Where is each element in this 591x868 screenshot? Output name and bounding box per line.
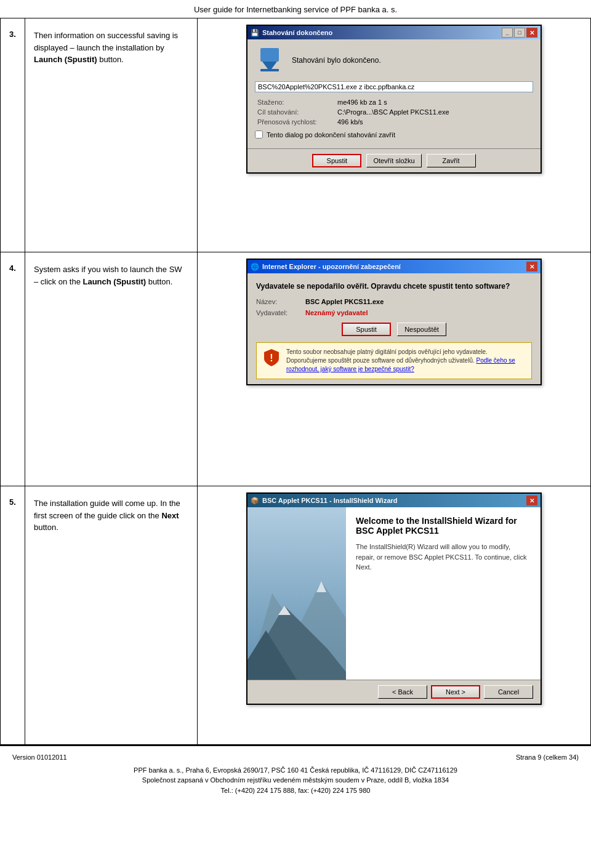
dialog-titlebar-download: 💾 Stahování dokončeno _ □ ✕ xyxy=(247,26,541,39)
footer-contact: Tel.: (+420) 224 175 888, fax: (+420) 22… xyxy=(12,786,579,796)
ie-close-button[interactable]: ✕ xyxy=(526,262,537,271)
ie-titlebar-left: 🌐 Internet Explorer - upozornění zabezpe… xyxy=(251,263,401,271)
ie-warning-text: Tento soubor neobsahuje platný digitální… xyxy=(286,348,526,374)
info-row-cil: Cíl stahování: C:\Progra...\BSC Applet P… xyxy=(255,107,533,117)
row-number-5: 5. xyxy=(1,486,25,744)
install-footer: < Back Next > Cancel xyxy=(247,680,541,704)
row-image-4: 🌐 Internet Explorer - upozornění zabezpe… xyxy=(198,252,590,486)
row-number-3: 3. xyxy=(1,18,25,252)
svg-rect-0 xyxy=(260,48,279,62)
page-header: User guide for Internetbanking service o… xyxy=(0,0,591,18)
ie-field-name: Název: BSC Applet PKCS11.exe xyxy=(256,298,532,305)
label-stazeno: Staženo: xyxy=(255,97,335,107)
download-title-icon: 💾 xyxy=(251,29,259,37)
download-complete-dialog: 💾 Stahování dokončeno _ □ ✕ xyxy=(246,25,542,174)
titlebar-controls-download[interactable]: _ □ ✕ xyxy=(502,28,537,38)
url-bar: BSC%20Applet%20PKCS11.exe z ibcc.ppfbank… xyxy=(255,81,533,92)
install-titlebar: 📦 BSC Applet PKCS11 - InstallShield Wiza… xyxy=(247,494,541,507)
ie-body: Vydavatele se nepodařilo ověřit. Opravdu… xyxy=(247,273,541,384)
row-image-5: 📦 BSC Applet PKCS11 - InstallShield Wiza… xyxy=(198,486,590,744)
ie-dialog-title: Internet Explorer - upozornění zabezpeče… xyxy=(262,263,401,270)
install-titlebar-left: 📦 BSC Applet PKCS11 - InstallShield Wiza… xyxy=(251,497,398,505)
close-button-download[interactable]: ✕ xyxy=(526,28,537,38)
download-icon xyxy=(255,46,284,75)
info-row-rychlost: Přenosová rychlost: 496 kb/s xyxy=(255,117,533,127)
ie-security-dialog: 🌐 Internet Explorer - upozornění zabezpe… xyxy=(246,259,542,385)
install-title-icon: 📦 xyxy=(251,497,259,505)
svg-text:!: ! xyxy=(270,353,273,363)
ie-titlebar: 🌐 Internet Explorer - upozornění zabezpe… xyxy=(247,260,541,273)
ie-nespoustet-button[interactable]: Nespouštět xyxy=(397,323,446,336)
warning-link[interactable]: Podle čeho se rozhodnout, jaký software … xyxy=(286,357,515,372)
ie-field-publisher: Vydavatel: Neznámý vydavatel xyxy=(256,309,532,316)
main-content: 3. Then information on successful saving… xyxy=(0,18,591,745)
install-welcome-title: Welcome to the InstallShield Wizard for … xyxy=(356,516,531,536)
footer-court: Společnost zapsaná v Obchodním rejstříku… xyxy=(12,775,579,786)
titlebar-left-download: 💾 Stahování dokončeno xyxy=(251,29,332,37)
maximize-button-download[interactable]: □ xyxy=(514,28,525,38)
back-button[interactable]: < Back xyxy=(378,685,427,699)
version-label: Version 01012011 xyxy=(12,752,67,763)
minimize-button-download[interactable]: _ xyxy=(502,28,513,38)
install-body: Welcome to the InstallShield Wizard for … xyxy=(247,507,541,680)
install-sidebar xyxy=(247,507,346,680)
ie-titlebar-controls[interactable]: ✕ xyxy=(526,262,537,271)
row-text-5: The installation guide will come up. In … xyxy=(25,486,198,744)
row-text-4: System asks if you wish to launch the SW… xyxy=(25,252,198,486)
download-icon-area: Stahování bylo dokončeno. xyxy=(255,46,533,75)
value-cil: C:\Progra...\BSC Applet PKCS11.exe xyxy=(335,107,533,117)
ie-title-icon: 🌐 xyxy=(251,263,259,271)
ie-name-value: BSC Applet PKCS11.exe xyxy=(305,298,384,305)
page-info: Strana 9 (celkem 34) xyxy=(516,752,579,763)
header-title: User guide for Internetbanking service o… xyxy=(194,5,397,14)
spustit-button[interactable]: Spustit xyxy=(312,154,361,167)
label-cil: Cíl stahování: xyxy=(255,107,335,117)
install-titlebar-controls[interactable]: ✕ xyxy=(526,496,537,505)
svg-rect-2 xyxy=(260,69,279,71)
value-stazeno: me496 kb za 1 s xyxy=(335,97,533,107)
checkbox-row[interactable]: Tento dialog po dokončení stahování zavř… xyxy=(255,131,533,139)
warning-shield-icon: ! xyxy=(262,348,281,368)
label-rychlost: Přenosová rychlost: xyxy=(255,117,335,127)
install-content: Welcome to the InstallShield Wizard for … xyxy=(346,507,541,680)
install-shield-dialog: 📦 BSC Applet PKCS11 - InstallShield Wiza… xyxy=(246,492,542,705)
footer-top: Version 01012011 Strana 9 (celkem 34) xyxy=(12,752,579,763)
ie-name-label: Název: xyxy=(256,298,305,305)
otevrit-button[interactable]: Otevřít složku xyxy=(366,154,421,167)
install-close-button[interactable]: ✕ xyxy=(526,496,537,505)
row-3: 3. Then information on successful saving… xyxy=(1,18,590,252)
install-description: The InstallShield(R) Wizard will allow y… xyxy=(356,542,531,573)
row-number-4: 4. xyxy=(1,252,25,486)
close-dialog-checkbox[interactable] xyxy=(255,131,263,139)
dialog-body-download: Stahování bylo dokončeno. BSC%20Applet%2… xyxy=(247,39,541,148)
row-image-3: 💾 Stahování dokončeno _ □ ✕ xyxy=(198,18,590,252)
row-4: 4. System asks if you wish to launch the… xyxy=(1,252,590,486)
value-rychlost: 496 kb/s xyxy=(335,117,533,127)
ie-publisher-label: Vydavatel: xyxy=(256,309,305,316)
ie-warning-box: ! Tento soubor neobsahuje platný digitál… xyxy=(256,342,532,379)
next-button[interactable]: Next > xyxy=(431,685,480,699)
checkbox-label: Tento dialog po dokončení stahování zavř… xyxy=(267,131,395,139)
zavrit-button[interactable]: Zavřít xyxy=(427,154,476,167)
download-complete-text: Stahování bylo dokončeno. xyxy=(292,56,381,65)
info-table: Staženo: me496 kb za 1 s Cíl stahování: … xyxy=(255,97,533,127)
row-text-3: Then information on successful saving is… xyxy=(25,18,198,252)
footer-company: PPF banka a. s., Praha 6, Evropská 2690/… xyxy=(12,765,579,776)
install-dialog-title: BSC Applet PKCS11 - InstallShield Wizard xyxy=(262,497,398,504)
dialog-title-download: Stahování dokončeno xyxy=(262,29,332,36)
ie-publisher-value: Neznámý vydavatel xyxy=(305,309,368,316)
ie-question: Vydavatele se nepodařilo ověřit. Opravdu… xyxy=(256,282,532,291)
cancel-button[interactable]: Cancel xyxy=(484,685,533,699)
page-footer: Version 01012011 Strana 9 (celkem 34) PP… xyxy=(0,745,591,802)
info-row-stazeno: Staženo: me496 kb za 1 s xyxy=(255,97,533,107)
row-5: 5. The installation guide will come up. … xyxy=(1,486,590,745)
ie-spustit-button[interactable]: Spustit xyxy=(342,323,391,336)
dialog-footer-download: Spustit Otevřít složku Zavřít xyxy=(247,148,541,172)
